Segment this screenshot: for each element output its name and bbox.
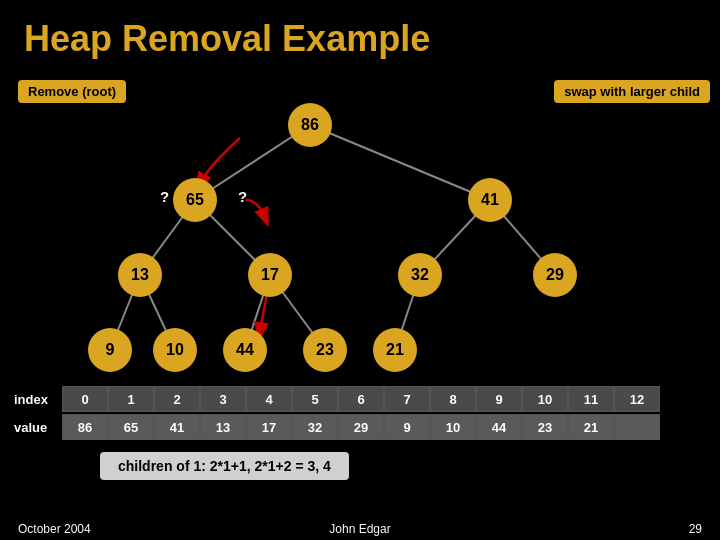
question-mark-right: ? <box>238 188 247 205</box>
tree-node-23: 23 <box>303 328 347 372</box>
value-cell-5: 32 <box>292 414 338 440</box>
tree-node-32: 32 <box>398 253 442 297</box>
value-cell-4: 17 <box>246 414 292 440</box>
value-cell-7: 9 <box>384 414 430 440</box>
tree-node-29: 29 <box>533 253 577 297</box>
tree-node-86: 86 <box>288 103 332 147</box>
tree-node-10: 10 <box>153 328 197 372</box>
footer-center: John Edgar <box>329 522 390 536</box>
value-cell-11: 21 <box>568 414 614 440</box>
page-title: Heap Removal Example <box>0 0 720 70</box>
tree-node-21: 21 <box>373 328 417 372</box>
value-cell-3: 13 <box>200 414 246 440</box>
value-cell-9: 44 <box>476 414 522 440</box>
question-mark-left: ? <box>160 188 169 205</box>
value-cell-8: 10 <box>430 414 476 440</box>
value-row: value 86654113173229910442321 <box>10 414 710 440</box>
tree-node-9: 9 <box>88 328 132 372</box>
value-cell-2: 41 <box>154 414 200 440</box>
tree-node-17: 17 <box>248 253 292 297</box>
value-cell-10: 23 <box>522 414 568 440</box>
value-cell-6: 29 <box>338 414 384 440</box>
tree-node-44: 44 <box>223 328 267 372</box>
value-cell-12 <box>614 414 660 440</box>
tree-node-65: 65 <box>173 178 217 222</box>
tree-node-13: 13 <box>118 253 162 297</box>
footer-right: 29 <box>689 522 702 536</box>
children-formula: children of 1: 2*1+1, 2*1+2 = 3, 4 <box>100 452 349 480</box>
tree-node-41: 41 <box>468 178 512 222</box>
value-label: value <box>10 420 62 435</box>
footer-left: October 2004 <box>18 522 91 536</box>
svg-line-1 <box>310 125 490 200</box>
main-area: Remove (root) swap with larger child ind… <box>0 70 720 500</box>
swap-label: swap with larger child <box>554 80 710 103</box>
remove-root-label: Remove (root) <box>18 80 126 103</box>
value-cell-0: 86 <box>62 414 108 440</box>
value-cell-1: 65 <box>108 414 154 440</box>
